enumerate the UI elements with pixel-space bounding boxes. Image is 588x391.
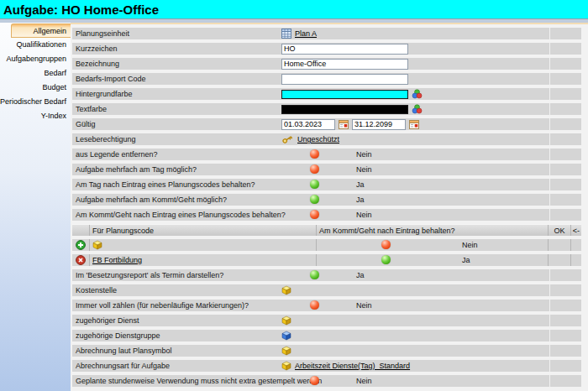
field-label: Abrechnung laut Plansymbol [76,345,172,357]
field-row-mehrfach-am-tag: Aufgabe mehrfach am Tag möglich? Nein [72,164,581,175]
field-label: Am Tag nach Eintrag eines Planungscodes … [76,179,255,190]
field-row-gueltig: Gültig [72,118,581,130]
table-header-back: <- [571,225,581,236]
sidebar-tab-y-index[interactable]: Y-Index [0,109,71,123]
sidebar: Allgemein Qualifikationen Aufgabengruppe… [0,23,71,391]
sidebar-tab-periodischer-bedarf[interactable]: Periodischer Bedarf [0,95,71,109]
status-text: Ja [356,269,365,281]
window-title: Aufgabe: HO Home-Office [3,3,159,17]
field-label: Aufgabe mehrfach am Tag möglich? [76,164,197,175]
field-row-kommt-geht-behalten: Am Kommt/Geht nach Eintrag eines Planung… [72,209,581,221]
abrechnungsart-cube-icon[interactable] [281,361,291,371]
field-row-abrechnung-plansymbol: Abrechnung laut Plansymbol [72,345,581,357]
status-text: Nein [356,300,372,311]
bezeichnung-input[interactable] [281,59,408,70]
status-text: Nein [356,209,372,221]
key-icon [281,134,294,144]
field-label: Bezeichnung [76,58,119,70]
status-ball[interactable] [310,149,319,159]
planungscode-cube-icon[interactable] [92,240,102,250]
sidebar-tab-qualifikationen[interactable]: Qualifikationen [0,38,71,52]
field-row-mehrfach-kommt-geht: Aufgabe mehrfach am Kommt/Geht möglich? … [72,194,581,206]
field-row-textfarbe: Textfarbe [72,103,581,115]
sidebar-tab-aufgabengruppen[interactable]: Aufgabengruppen [0,52,71,66]
field-row-kostenstelle: Kostenstelle [72,284,581,296]
planungscode-row-new: Nein [72,239,581,251]
status-ball[interactable] [310,195,319,204]
table-cell-ok [549,239,571,251]
calendar-icon[interactable] [339,119,349,129]
abrechnungsart-link[interactable]: Arbeitszeit Dienste(Tag) Standard [295,360,410,372]
field-row-planungseinheit: Planungseinheit Plan A [72,28,581,39]
field-label: zugehöriger Dienst [76,315,139,326]
sidebar-tab-allgemein[interactable]: Allgemein [11,23,71,38]
status-ball[interactable] [381,240,391,249]
status-text: Nein [462,239,478,251]
planungscode-row-fb-fortbildung: FB Fortbildung Ja [72,254,581,266]
delete-row-button[interactable] [76,255,86,265]
background-color-swatch[interactable] [281,90,408,99]
text-color-swatch[interactable] [281,105,408,114]
sidebar-tab-budget[interactable]: Budget [0,81,71,95]
calendar-icon[interactable] [409,119,419,129]
field-row-geplante-verwendung: Geplante stundenweise Verwendung muss ni… [72,375,581,387]
status-text: Ja [356,179,365,190]
field-row-kurzzeichen: Kurzzeichen [72,43,581,55]
valid-to-input[interactable] [352,119,406,130]
kostenstelle-cube-icon[interactable] [281,285,291,295]
status-ball[interactable] [310,376,319,385]
field-row-aus-legende-entfernen: aus Legende entfernen? Nein [72,149,581,160]
color-picker-icon[interactable] [412,89,423,99]
plansymbol-cube-icon[interactable] [281,346,291,356]
dienst-cube-icon[interactable] [281,315,291,326]
planungseinheit-link[interactable]: Plan A [295,28,317,39]
field-label: zugehörige Dienstgruppe [76,330,160,341]
planning-grid-icon [281,29,291,39]
leseberechtigung-link[interactable]: Ungeschützt [297,133,339,145]
field-label: Kurzzeichen [76,43,118,55]
field-label: Hintergrundfarbe [76,88,133,100]
field-row-hintergrundfarbe: Hintergrundfarbe [72,88,581,100]
status-ball[interactable] [310,180,319,189]
valid-from-input[interactable] [281,119,335,130]
table-cell-back [571,239,581,251]
field-row-zugehoeriger-dienst: zugehöriger Dienst [72,315,581,326]
kurzzeichen-input[interactable] [281,44,408,55]
field-label: aus Legende entfernen? [76,149,158,160]
status-text: Ja [356,194,365,206]
planungscode-link[interactable]: FB Fortbildung [92,254,142,266]
field-label: Textfarbe [76,103,107,115]
status-text: Nein [356,149,372,160]
field-label: Aufgabe mehrfach am Kommt/Geht möglich? [76,194,227,206]
window-titlebar: Aufgabe: HO Home-Office [0,0,588,19]
status-ball[interactable] [310,164,319,174]
field-label: Kostenstelle [76,284,117,296]
status-ball[interactable] [381,255,391,264]
status-ball[interactable] [310,270,319,279]
field-label: Gültig [76,118,96,130]
field-label: Bedarfs-Import Code [76,73,146,85]
table-header-ok: OK [549,225,571,236]
field-label: Planungseinheit [76,28,129,39]
field-label: Am Kommt/Geht nach Eintrag eines Planung… [76,209,286,221]
table-header-planungscode: Für Planungscode [90,225,317,236]
color-picker-icon[interactable] [412,104,423,114]
field-row-immer-voll-zaehlen: Immer voll zählen (für nebenläufige Mark… [72,300,581,311]
status-ball[interactable] [310,210,319,219]
sidebar-tab-bedarf[interactable]: Bedarf [0,66,71,81]
table-cell-back [571,254,581,266]
field-row-leseberechtigung: Leseberechtigung Ungeschützt [72,133,581,145]
status-ball[interactable] [310,300,319,310]
form-panel: Planungseinheit Plan A Kurzzeichen Bezei… [71,23,588,391]
field-label: Im 'Besetzungsreport' als Termin darstel… [76,269,223,281]
add-row-button[interactable] [76,240,86,250]
field-row-bedarfs-import-code: Bedarfs-Import Code [72,73,581,85]
planungscode-table-header: Für Planungscode Am Kommt/Geht nach Eint… [72,224,581,236]
bedarfs-import-code-input[interactable] [281,74,408,85]
field-row-zugehoerige-dienstgruppe: zugehörige Dienstgruppe [72,330,581,341]
status-text: Nein [356,375,372,387]
status-text: Ja [462,254,470,266]
dienstgruppe-cube-icon[interactable] [281,331,291,341]
field-row-besetzungsreport: Im 'Besetzungsreport' als Termin darstel… [72,269,581,281]
table-header-actions [72,225,90,236]
